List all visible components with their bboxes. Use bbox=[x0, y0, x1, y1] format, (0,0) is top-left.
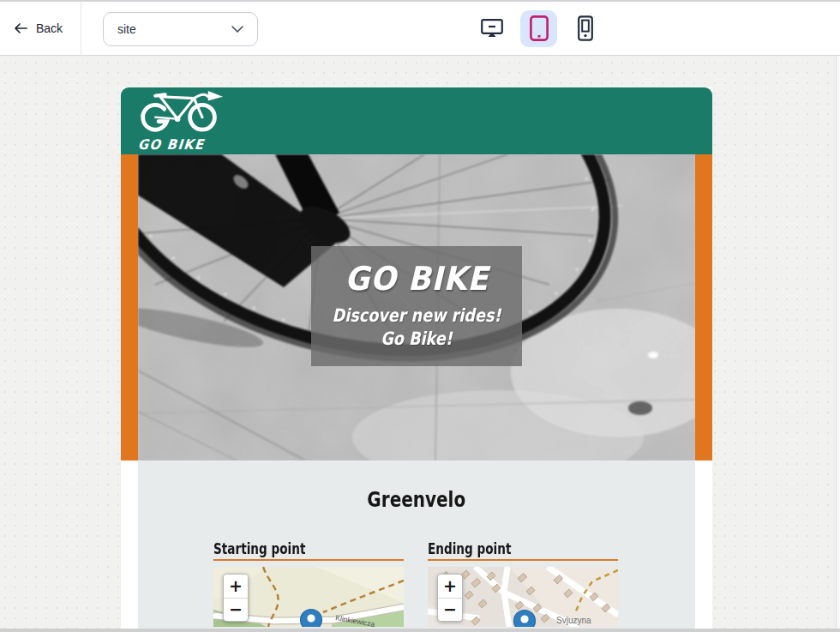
hero-banner: GO BIKE Discover new rides! Go Bike! bbox=[121, 154, 712, 460]
hero-subtitle-line1: Discover new rides! bbox=[328, 304, 506, 328]
device-tablet-button[interactable] bbox=[520, 10, 557, 47]
hero-title: GO BIKE bbox=[345, 260, 489, 298]
desktop-monitor-icon bbox=[481, 19, 503, 38]
hero-overlay: GO BIKE Discover new rides! Go Bike! bbox=[311, 246, 522, 366]
map-marker-icon bbox=[301, 610, 322, 628]
starting-point-column: Starting point Klinkiewicza bbox=[213, 540, 404, 627]
hero-subtitle: Discover new rides! Go Bike! bbox=[328, 304, 506, 351]
zoom-out-button[interactable]: − bbox=[224, 599, 248, 622]
page-select-dropdown[interactable]: site bbox=[103, 12, 258, 46]
ending-point-map[interactable]: Svjuzyna + − bbox=[428, 567, 618, 627]
section-heading: Greenvelo bbox=[138, 460, 695, 512]
map-zoom-control: + − bbox=[223, 574, 249, 622]
device-desktop-button[interactable] bbox=[473, 9, 511, 47]
site-header: GO BIKE bbox=[121, 87, 712, 154]
starting-point-heading: Starting point bbox=[213, 540, 404, 561]
zoom-in-button[interactable]: + bbox=[438, 575, 462, 598]
page-select-value: site bbox=[117, 22, 136, 36]
starting-point-map[interactable]: Klinkiewicza + − bbox=[213, 567, 404, 627]
window-bottom-edge bbox=[0, 629, 840, 632]
ending-point-heading: Ending point bbox=[428, 540, 618, 561]
section-heading-text: Greenvelo bbox=[368, 487, 466, 512]
zoom-out-button[interactable]: − bbox=[438, 599, 462, 622]
device-switcher bbox=[473, 2, 604, 55]
map-zoom-control: + − bbox=[437, 574, 463, 622]
site-logo[interactable]: GO BIKE bbox=[138, 91, 232, 153]
ending-point-label: Ending point bbox=[428, 540, 511, 557]
back-label: Back bbox=[36, 21, 63, 35]
tablet-icon bbox=[530, 15, 549, 41]
toolbar: Back site bbox=[0, 0, 840, 56]
map-marker-icon bbox=[514, 611, 536, 628]
zoom-in-button[interactable]: + bbox=[224, 575, 248, 598]
smartphone-icon bbox=[575, 15, 596, 41]
back-button[interactable]: Back bbox=[14, 2, 63, 55]
logo-wordmark: GO BIKE bbox=[137, 136, 205, 153]
ending-point-column: Ending point bbox=[428, 540, 618, 627]
place-label: Svjuzyna bbox=[556, 616, 591, 625]
site-preview-frame: GO BIKE bbox=[121, 87, 712, 629]
hero-subtitle-line2: Go Bike! bbox=[328, 328, 506, 351]
route-columns: Starting point Klinkiewicza bbox=[213, 540, 618, 627]
bicycle-logo-icon bbox=[138, 91, 224, 134]
device-mobile-button[interactable] bbox=[567, 9, 604, 47]
starting-point-label: Starting point bbox=[213, 540, 305, 557]
chevron-down-icon bbox=[231, 26, 243, 33]
arrow-left-icon bbox=[14, 22, 27, 34]
toolbar-divider bbox=[81, 2, 81, 55]
trail-section: Greenvelo Starting point bbox=[138, 460, 695, 629]
vertical-scrollbar[interactable] bbox=[836, 0, 840, 629]
